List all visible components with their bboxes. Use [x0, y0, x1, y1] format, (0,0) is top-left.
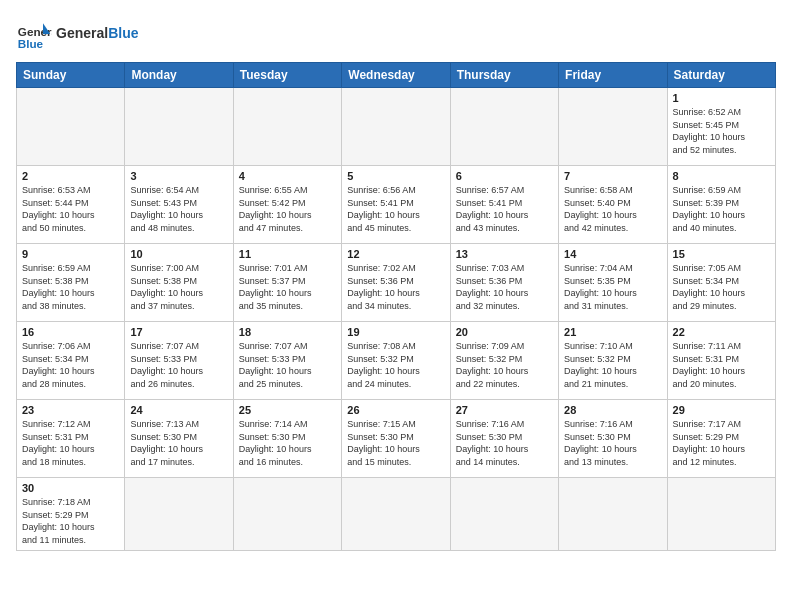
day-info: Sunrise: 7:16 AM Sunset: 5:30 PM Dayligh…	[564, 418, 661, 468]
calendar-cell: 21Sunrise: 7:10 AM Sunset: 5:32 PM Dayli…	[559, 322, 667, 400]
calendar-week-5: 30Sunrise: 7:18 AM Sunset: 5:29 PM Dayli…	[17, 478, 776, 551]
day-number: 13	[456, 248, 553, 260]
calendar-week-4: 23Sunrise: 7:12 AM Sunset: 5:31 PM Dayli…	[17, 400, 776, 478]
day-number: 15	[673, 248, 770, 260]
day-number: 27	[456, 404, 553, 416]
day-info: Sunrise: 7:08 AM Sunset: 5:32 PM Dayligh…	[347, 340, 444, 390]
day-info: Sunrise: 7:14 AM Sunset: 5:30 PM Dayligh…	[239, 418, 336, 468]
day-info: Sunrise: 7:03 AM Sunset: 5:36 PM Dayligh…	[456, 262, 553, 312]
day-info: Sunrise: 7:07 AM Sunset: 5:33 PM Dayligh…	[239, 340, 336, 390]
calendar-cell: 27Sunrise: 7:16 AM Sunset: 5:30 PM Dayli…	[450, 400, 558, 478]
weekday-header-monday: Monday	[125, 63, 233, 88]
calendar-cell	[342, 88, 450, 166]
day-number: 21	[564, 326, 661, 338]
day-info: Sunrise: 6:57 AM Sunset: 5:41 PM Dayligh…	[456, 184, 553, 234]
day-number: 12	[347, 248, 444, 260]
day-number: 5	[347, 170, 444, 182]
svg-text:Blue: Blue	[18, 37, 44, 50]
day-number: 17	[130, 326, 227, 338]
calendar-week-2: 9Sunrise: 6:59 AM Sunset: 5:38 PM Daylig…	[17, 244, 776, 322]
day-info: Sunrise: 6:58 AM Sunset: 5:40 PM Dayligh…	[564, 184, 661, 234]
weekday-header-wednesday: Wednesday	[342, 63, 450, 88]
day-number: 29	[673, 404, 770, 416]
day-number: 26	[347, 404, 444, 416]
day-info: Sunrise: 6:59 AM Sunset: 5:39 PM Dayligh…	[673, 184, 770, 234]
calendar-cell: 29Sunrise: 7:17 AM Sunset: 5:29 PM Dayli…	[667, 400, 775, 478]
day-info: Sunrise: 6:55 AM Sunset: 5:42 PM Dayligh…	[239, 184, 336, 234]
calendar-cell: 26Sunrise: 7:15 AM Sunset: 5:30 PM Dayli…	[342, 400, 450, 478]
calendar-cell	[450, 88, 558, 166]
weekday-header-thursday: Thursday	[450, 63, 558, 88]
day-number: 8	[673, 170, 770, 182]
calendar-cell	[342, 478, 450, 551]
day-info: Sunrise: 7:12 AM Sunset: 5:31 PM Dayligh…	[22, 418, 119, 468]
calendar-cell	[559, 88, 667, 166]
day-info: Sunrise: 6:53 AM Sunset: 5:44 PM Dayligh…	[22, 184, 119, 234]
day-info: Sunrise: 7:00 AM Sunset: 5:38 PM Dayligh…	[130, 262, 227, 312]
day-info: Sunrise: 7:02 AM Sunset: 5:36 PM Dayligh…	[347, 262, 444, 312]
calendar-cell: 4Sunrise: 6:55 AM Sunset: 5:42 PM Daylig…	[233, 166, 341, 244]
day-info: Sunrise: 7:05 AM Sunset: 5:34 PM Dayligh…	[673, 262, 770, 312]
day-info: Sunrise: 6:54 AM Sunset: 5:43 PM Dayligh…	[130, 184, 227, 234]
calendar-page: General Blue GeneralBlue SundayMondayTue…	[0, 0, 792, 612]
calendar-cell: 25Sunrise: 7:14 AM Sunset: 5:30 PM Dayli…	[233, 400, 341, 478]
calendar-header: SundayMondayTuesdayWednesdayThursdayFrid…	[17, 63, 776, 88]
day-number: 6	[456, 170, 553, 182]
day-info: Sunrise: 7:13 AM Sunset: 5:30 PM Dayligh…	[130, 418, 227, 468]
day-number: 4	[239, 170, 336, 182]
calendar-cell	[233, 478, 341, 551]
calendar-cell: 7Sunrise: 6:58 AM Sunset: 5:40 PM Daylig…	[559, 166, 667, 244]
calendar-cell: 8Sunrise: 6:59 AM Sunset: 5:39 PM Daylig…	[667, 166, 775, 244]
day-number: 1	[673, 92, 770, 104]
calendar-cell	[125, 478, 233, 551]
day-info: Sunrise: 6:56 AM Sunset: 5:41 PM Dayligh…	[347, 184, 444, 234]
calendar-cell: 11Sunrise: 7:01 AM Sunset: 5:37 PM Dayli…	[233, 244, 341, 322]
day-info: Sunrise: 7:15 AM Sunset: 5:30 PM Dayligh…	[347, 418, 444, 468]
day-number: 20	[456, 326, 553, 338]
calendar-cell: 2Sunrise: 6:53 AM Sunset: 5:44 PM Daylig…	[17, 166, 125, 244]
day-info: Sunrise: 7:04 AM Sunset: 5:35 PM Dayligh…	[564, 262, 661, 312]
weekday-row: SundayMondayTuesdayWednesdayThursdayFrid…	[17, 63, 776, 88]
day-info: Sunrise: 7:18 AM Sunset: 5:29 PM Dayligh…	[22, 496, 119, 546]
calendar-cell: 30Sunrise: 7:18 AM Sunset: 5:29 PM Dayli…	[17, 478, 125, 551]
day-number: 14	[564, 248, 661, 260]
calendar-cell: 28Sunrise: 7:16 AM Sunset: 5:30 PM Dayli…	[559, 400, 667, 478]
calendar-cell: 10Sunrise: 7:00 AM Sunset: 5:38 PM Dayli…	[125, 244, 233, 322]
day-number: 7	[564, 170, 661, 182]
calendar-cell	[17, 88, 125, 166]
calendar-cell: 3Sunrise: 6:54 AM Sunset: 5:43 PM Daylig…	[125, 166, 233, 244]
calendar-cell: 22Sunrise: 7:11 AM Sunset: 5:31 PM Dayli…	[667, 322, 775, 400]
day-number: 18	[239, 326, 336, 338]
calendar-cell: 20Sunrise: 7:09 AM Sunset: 5:32 PM Dayli…	[450, 322, 558, 400]
day-number: 28	[564, 404, 661, 416]
day-number: 16	[22, 326, 119, 338]
day-info: Sunrise: 6:52 AM Sunset: 5:45 PM Dayligh…	[673, 106, 770, 156]
calendar-week-3: 16Sunrise: 7:06 AM Sunset: 5:34 PM Dayli…	[17, 322, 776, 400]
day-number: 30	[22, 482, 119, 494]
calendar-cell	[667, 478, 775, 551]
calendar-cell: 19Sunrise: 7:08 AM Sunset: 5:32 PM Dayli…	[342, 322, 450, 400]
calendar-cell: 12Sunrise: 7:02 AM Sunset: 5:36 PM Dayli…	[342, 244, 450, 322]
calendar-cell: 23Sunrise: 7:12 AM Sunset: 5:31 PM Dayli…	[17, 400, 125, 478]
day-number: 22	[673, 326, 770, 338]
calendar-cell	[450, 478, 558, 551]
calendar-cell: 24Sunrise: 7:13 AM Sunset: 5:30 PM Dayli…	[125, 400, 233, 478]
calendar-cell: 14Sunrise: 7:04 AM Sunset: 5:35 PM Dayli…	[559, 244, 667, 322]
calendar-cell	[559, 478, 667, 551]
calendar-week-1: 2Sunrise: 6:53 AM Sunset: 5:44 PM Daylig…	[17, 166, 776, 244]
calendar-cell: 16Sunrise: 7:06 AM Sunset: 5:34 PM Dayli…	[17, 322, 125, 400]
day-info: Sunrise: 7:16 AM Sunset: 5:30 PM Dayligh…	[456, 418, 553, 468]
calendar-table: SundayMondayTuesdayWednesdayThursdayFrid…	[16, 62, 776, 551]
weekday-header-tuesday: Tuesday	[233, 63, 341, 88]
calendar-cell: 13Sunrise: 7:03 AM Sunset: 5:36 PM Dayli…	[450, 244, 558, 322]
day-info: Sunrise: 7:01 AM Sunset: 5:37 PM Dayligh…	[239, 262, 336, 312]
day-number: 11	[239, 248, 336, 260]
day-number: 24	[130, 404, 227, 416]
day-number: 3	[130, 170, 227, 182]
calendar-cell: 5Sunrise: 6:56 AM Sunset: 5:41 PM Daylig…	[342, 166, 450, 244]
day-number: 25	[239, 404, 336, 416]
logo-icon: General Blue	[16, 16, 52, 52]
calendar-week-0: 1Sunrise: 6:52 AM Sunset: 5:45 PM Daylig…	[17, 88, 776, 166]
day-info: Sunrise: 7:09 AM Sunset: 5:32 PM Dayligh…	[456, 340, 553, 390]
day-number: 2	[22, 170, 119, 182]
